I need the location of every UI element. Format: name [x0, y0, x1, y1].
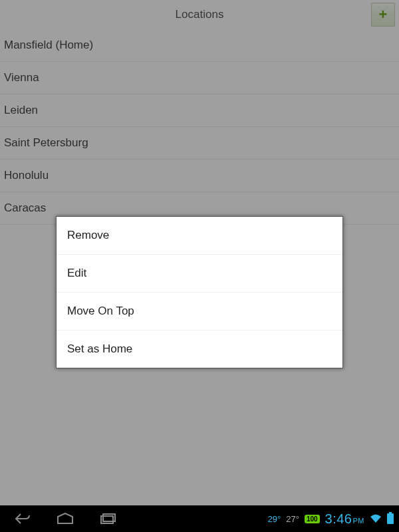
- status-ampm: PM: [353, 517, 365, 525]
- home-button[interactable]: [56, 512, 74, 525]
- battery-badge: 100: [305, 515, 320, 523]
- status-temp-low: 27°: [286, 514, 299, 524]
- context-menu: Remove Edit Move On Top Set as Home: [56, 216, 343, 368]
- status-clock: 3:46PM: [325, 511, 364, 527]
- menu-item-set-as-home[interactable]: Set as Home: [57, 331, 342, 368]
- menu-item-remove[interactable]: Remove: [57, 217, 342, 255]
- recents-button[interactable]: [98, 512, 117, 525]
- status-temp-high: 29°: [268, 514, 281, 524]
- status-time: 3:46: [325, 511, 352, 526]
- system-navbar: 29° 27° 100 3:46PM: [0, 505, 399, 532]
- back-button[interactable]: [13, 512, 32, 525]
- app-screen: Locations + Mansfield (Home) Vienna Leid…: [0, 0, 399, 532]
- menu-item-edit[interactable]: Edit: [57, 255, 342, 293]
- battery-icon: [387, 513, 394, 524]
- menu-item-move-on-top[interactable]: Move On Top: [57, 293, 342, 331]
- wifi-icon: [370, 514, 382, 523]
